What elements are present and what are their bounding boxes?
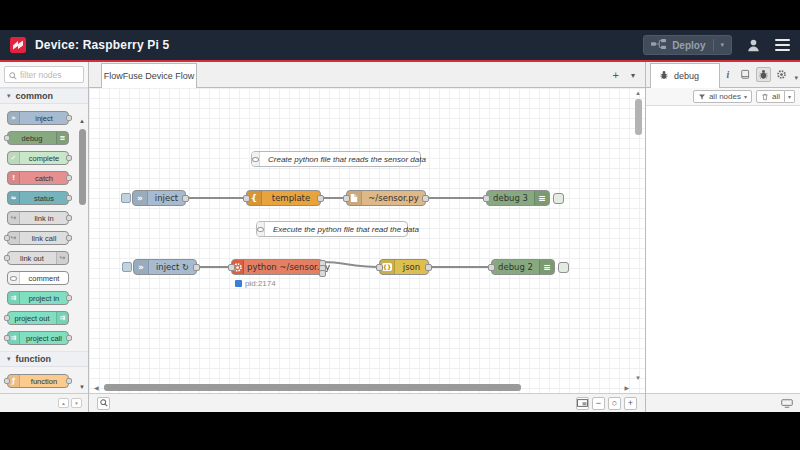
palette-node-complete[interactable]: ✓ complete — [7, 151, 69, 165]
debug-toggle-button[interactable] — [553, 193, 564, 204]
palette-node-link-in[interactable]: ↪ link in — [7, 211, 69, 225]
debug-messages-panel — [646, 106, 800, 393]
palette-scroll-up-icon[interactable]: ▲ — [79, 118, 85, 124]
palette-category-function[interactable]: ▾ function — [0, 351, 88, 367]
inject-trigger-button[interactable] — [121, 193, 131, 203]
input-port[interactable] — [243, 195, 250, 202]
palette-filter-input[interactable] — [20, 70, 78, 80]
user-icon[interactable] — [746, 38, 761, 53]
bug-icon — [659, 70, 669, 82]
output-port[interactable] — [66, 195, 72, 201]
collapse-all-button[interactable]: ▲ — [58, 398, 69, 408]
palette-node-project-out[interactable]: project out ⇉ — [7, 311, 69, 325]
zoom-out-button[interactable]: − — [592, 397, 605, 410]
palette-node-comment[interactable]: comment — [7, 271, 69, 285]
output-port[interactable] — [66, 335, 72, 341]
flow-node-json[interactable]: {} json — [379, 259, 429, 275]
input-port[interactable] — [488, 264, 495, 271]
output-port-rc[interactable] — [319, 270, 326, 277]
open-console-icon[interactable] — [781, 394, 793, 412]
flow-node-file-sensor-py[interactable]: ~/sensor.py — [346, 190, 426, 206]
output-port[interactable] — [425, 264, 432, 271]
config-gear-icon[interactable] — [774, 67, 789, 82]
flow-node-exec-python[interactable]: python ~/sensor.py — [231, 259, 323, 275]
flow-list-caret-icon[interactable]: ▾ — [631, 72, 635, 80]
search-flows-button[interactable] — [97, 397, 110, 410]
output-port[interactable] — [193, 264, 200, 271]
expand-all-button[interactable]: ▼ — [71, 398, 82, 408]
tab-debug[interactable]: debug — [650, 63, 720, 88]
output-port[interactable] — [66, 175, 72, 181]
flow-node-template[interactable]: { template — [246, 190, 321, 206]
comment-node-execute-python-file[interactable]: Execute the python file that read the da… — [256, 221, 408, 237]
canvas-horizontal-scrollbar-thumb[interactable] — [104, 384, 521, 391]
output-port[interactable] — [317, 195, 324, 202]
deploy-button[interactable]: Deploy ▾ — [643, 35, 732, 55]
help-book-icon[interactable] — [738, 67, 753, 82]
output-port[interactable] — [66, 215, 72, 221]
input-port[interactable] — [4, 135, 10, 141]
debug-filter-button[interactable]: all nodes ▾ — [693, 90, 752, 103]
input-port[interactable] — [4, 335, 10, 341]
output-port[interactable] — [66, 295, 72, 301]
palette-node-debug[interactable]: debug ≡ — [7, 131, 69, 145]
node-palette: ▾ common » inject debug ≡ ✓ — [0, 62, 89, 412]
palette-category-common[interactable]: ▾ common — [0, 88, 88, 104]
palette-node-link-call[interactable]: ↪ link call — [7, 231, 69, 245]
sidebar-tabbar: debug i ▾ — [646, 62, 800, 88]
input-port[interactable] — [4, 315, 10, 321]
palette-node-function[interactable]: ƒ function — [7, 374, 69, 388]
input-port[interactable] — [4, 255, 10, 261]
output-port[interactable] — [66, 115, 72, 121]
output-port[interactable] — [182, 195, 189, 202]
zoom-reset-button[interactable]: ○ — [608, 397, 621, 410]
palette-scroll-down-icon[interactable]: ▼ — [79, 384, 85, 390]
flow-node-debug-2[interactable]: debug 2 ≡ — [491, 259, 555, 275]
canvas-scroll-left-icon[interactable]: ◀ — [94, 384, 99, 391]
input-port[interactable] — [228, 264, 235, 271]
deploy-divider — [713, 39, 714, 51]
debug-clear-button[interactable]: all — [756, 90, 785, 103]
input-port[interactable] — [4, 235, 10, 241]
palette-node-link-out[interactable]: link out ↪ — [7, 251, 69, 265]
flow-node-inject[interactable]: » inject — [132, 190, 186, 206]
output-port[interactable] — [422, 195, 429, 202]
palette-scrollbar-thumb[interactable] — [79, 129, 86, 205]
sidebar-caret-icon[interactable]: ▾ — [792, 74, 800, 87]
deploy-caret-icon[interactable]: ▾ — [720, 41, 724, 49]
input-port[interactable] — [4, 378, 10, 384]
catch-icon: ! — [8, 172, 20, 184]
input-port[interactable] — [376, 264, 383, 271]
debug-clear-caret-button[interactable]: ▾ — [785, 90, 795, 103]
input-port[interactable] — [343, 195, 350, 202]
flow-node-debug-3[interactable]: debug 3 ≡ — [486, 190, 550, 206]
debug-tab-icon[interactable] — [756, 67, 771, 82]
palette-node-project-call[interactable]: ⇉ project call — [7, 331, 69, 345]
palette-node-project-in[interactable]: ⇉ project in — [7, 291, 69, 305]
project-icon: ⇉ — [8, 292, 20, 304]
output-port[interactable] — [66, 155, 72, 161]
zoom-in-button[interactable]: + — [624, 397, 637, 410]
flow-node-inject-repeat[interactable]: » inject ↻ — [133, 259, 197, 275]
palette-node-catch[interactable]: ! catch — [7, 171, 69, 185]
canvas-scroll-down-icon[interactable]: ▼ — [635, 375, 641, 381]
palette-node-inject[interactable]: » inject — [7, 111, 69, 125]
flow-canvas[interactable]: Create python file that reads the sensor… — [89, 88, 645, 393]
input-port[interactable] — [483, 195, 490, 202]
output-port[interactable] — [66, 378, 72, 384]
canvas-vertical-scrollbar-thumb[interactable] — [635, 99, 642, 135]
comment-node-create-python-file[interactable]: Create python file that reads the sensor… — [251, 151, 421, 167]
info-tab-icon[interactable]: i — [720, 67, 735, 82]
debug-toggle-button[interactable] — [558, 262, 569, 273]
comment-bubble-icon — [8, 272, 20, 284]
palette-node-status[interactable]: ≈ status — [7, 191, 69, 205]
add-flow-button[interactable]: + — [613, 70, 619, 81]
menu-icon[interactable] — [775, 39, 790, 52]
canvas-scroll-up-icon[interactable]: ▲ — [635, 90, 641, 96]
navigator-button[interactable] — [576, 397, 589, 410]
chevron-down-icon: ▾ — [7, 92, 11, 100]
output-port[interactable] — [66, 235, 72, 241]
tab-flowfuse-device-flow[interactable]: FlowFuse Device Flow — [101, 63, 197, 88]
canvas-scroll-right-icon[interactable]: ▶ — [624, 384, 629, 391]
inject-trigger-button[interactable] — [122, 262, 132, 272]
